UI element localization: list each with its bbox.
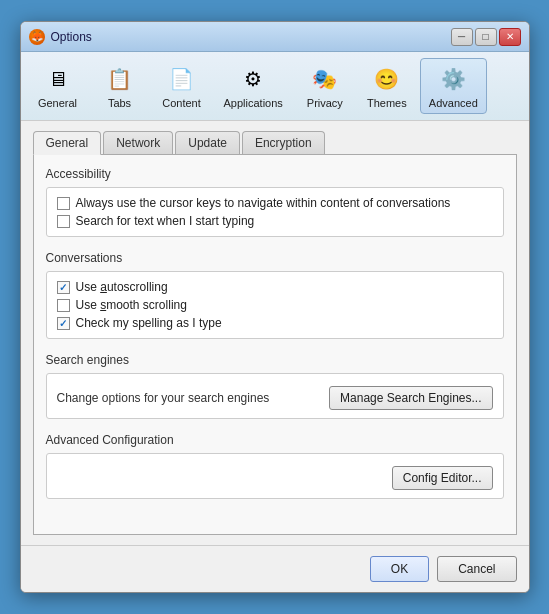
minimize-button[interactable]: ─ <box>451 28 473 46</box>
toolbar: 🖥 General 📋 Tabs 📄 Content ⚙ Application… <box>21 52 529 121</box>
spell-check-checkbox[interactable] <box>57 317 70 330</box>
cursor-keys-label: Always use the cursor keys to navigate w… <box>76 196 451 210</box>
toolbar-label-themes: Themes <box>367 97 407 109</box>
footer: OK Cancel <box>21 545 529 592</box>
search-engines-description: Change options for your search engines <box>57 391 270 405</box>
smooth-scrolling-label: Use smooth scrolling <box>76 298 187 312</box>
config-editor-row: Config Editor... <box>57 466 493 490</box>
toolbar-item-privacy[interactable]: 🎭 Privacy <box>296 58 354 114</box>
toolbar-label-tabs: Tabs <box>108 97 131 109</box>
title-buttons: ─ □ ✕ <box>451 28 521 46</box>
accessibility-option-2: Search for text when I start typing <box>57 214 493 228</box>
advanced-config-box: Config Editor... <box>46 453 504 499</box>
applications-icon: ⚙ <box>237 63 269 95</box>
config-editor-button[interactable]: Config Editor... <box>392 466 493 490</box>
conversations-option-1: Use autoscrolling <box>57 280 493 294</box>
search-engines-title: Search engines <box>46 353 504 367</box>
toolbar-label-applications: Applications <box>224 97 283 109</box>
advanced-icon: ⚙️ <box>437 63 469 95</box>
accessibility-box: Always use the cursor keys to navigate w… <box>46 187 504 237</box>
search-typing-label: Search for text when I start typing <box>76 214 255 228</box>
accessibility-option-1: Always use the cursor keys to navigate w… <box>57 196 493 210</box>
conversations-option-3: Check my spelling as I type <box>57 316 493 330</box>
title-bar: 🦊 Options ─ □ ✕ <box>21 22 529 52</box>
conversations-box: Use autoscrolling Use smooth scrolling C… <box>46 271 504 339</box>
toolbar-label-content: Content <box>162 97 201 109</box>
toolbar-item-applications[interactable]: ⚙ Applications <box>215 58 292 114</box>
section-search-engines: Search engines Change options for your s… <box>46 353 504 419</box>
toolbar-item-themes[interactable]: 😊 Themes <box>358 58 416 114</box>
window-icon: 🦊 <box>29 29 45 45</box>
options-window: 🦊 Options ─ □ ✕ 🖥 General 📋 Tabs 📄 Conte… <box>20 21 530 593</box>
tab-general[interactable]: General <box>33 131 102 155</box>
conversations-option-2: Use smooth scrolling <box>57 298 493 312</box>
tab-bar: General Network Update Encryption <box>33 131 517 155</box>
cursor-keys-checkbox[interactable] <box>57 197 70 210</box>
toolbar-item-tabs[interactable]: 📋 Tabs <box>91 58 149 114</box>
advanced-config-title: Advanced Configuration <box>46 433 504 447</box>
search-typing-checkbox[interactable] <box>57 215 70 228</box>
autoscrolling-checkbox[interactable] <box>57 281 70 294</box>
toolbar-item-general[interactable]: 🖥 General <box>29 58 87 114</box>
section-conversations: Conversations Use autoscrolling Use smoo… <box>46 251 504 339</box>
accessibility-title: Accessibility <box>46 167 504 181</box>
toolbar-label-general: General <box>38 97 77 109</box>
cancel-button[interactable]: Cancel <box>437 556 516 582</box>
ok-button[interactable]: OK <box>370 556 429 582</box>
autoscrolling-label: Use autoscrolling <box>76 280 168 294</box>
section-accessibility: Accessibility Always use the cursor keys… <box>46 167 504 237</box>
toolbar-item-advanced[interactable]: ⚙️ Advanced <box>420 58 487 114</box>
window-title: Options <box>51 30 451 44</box>
tab-update[interactable]: Update <box>175 131 240 154</box>
manage-search-engines-button[interactable]: Manage Search Engines... <box>329 386 492 410</box>
general-icon: 🖥 <box>42 63 74 95</box>
themes-icon: 😊 <box>371 63 403 95</box>
tab-encryption[interactable]: Encryption <box>242 131 325 154</box>
toolbar-item-content[interactable]: 📄 Content <box>153 58 211 114</box>
search-engines-box: Change options for your search engines M… <box>46 373 504 419</box>
section-advanced-config: Advanced Configuration Config Editor... <box>46 433 504 499</box>
content-area: General Network Update Encryption Access… <box>21 121 529 545</box>
toolbar-label-privacy: Privacy <box>307 97 343 109</box>
conversations-title: Conversations <box>46 251 504 265</box>
tabs-icon: 📋 <box>104 63 136 95</box>
spell-check-label: Check my spelling as I type <box>76 316 222 330</box>
close-button[interactable]: ✕ <box>499 28 521 46</box>
toolbar-label-advanced: Advanced <box>429 97 478 109</box>
panel-general: Accessibility Always use the cursor keys… <box>33 155 517 535</box>
maximize-button[interactable]: □ <box>475 28 497 46</box>
privacy-icon: 🎭 <box>309 63 341 95</box>
smooth-scrolling-checkbox[interactable] <box>57 299 70 312</box>
content-icon: 📄 <box>166 63 198 95</box>
search-engines-row: Change options for your search engines M… <box>57 386 493 410</box>
tab-network[interactable]: Network <box>103 131 173 154</box>
